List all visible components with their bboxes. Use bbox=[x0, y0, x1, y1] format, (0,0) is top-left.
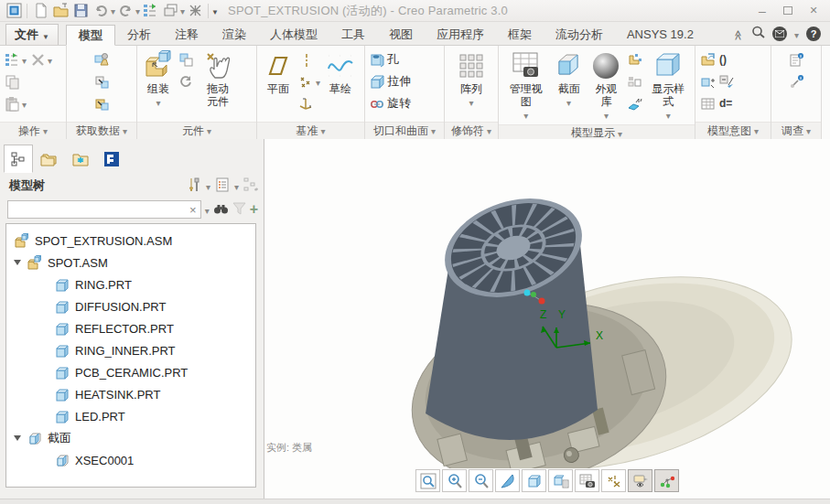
repaint-button[interactable] bbox=[495, 469, 520, 492]
group-label-datum[interactable]: 基准 bbox=[257, 122, 364, 139]
view-manager-button[interactable] bbox=[575, 469, 599, 492]
annotation-orientation-button[interactable] bbox=[625, 92, 644, 114]
group-label-cut-surface[interactable]: 切口和曲面 bbox=[365, 122, 444, 139]
copy-button[interactable] bbox=[3, 70, 22, 92]
tree-row-sections-folder[interactable]: 截面 bbox=[6, 427, 255, 449]
collapse-icon[interactable] bbox=[14, 435, 21, 441]
group-label-operations[interactable]: 操作 bbox=[0, 122, 66, 139]
copy-geometry-button[interactable] bbox=[92, 70, 112, 92]
switch-symbols-button[interactable] bbox=[717, 70, 737, 92]
scene-button[interactable] bbox=[625, 48, 644, 70]
repeat-component-button[interactable] bbox=[177, 48, 196, 70]
tree-tools-icon[interactable] bbox=[187, 177, 201, 195]
group-label-get-data[interactable]: 获取数据 bbox=[67, 122, 136, 139]
close-window-button[interactable] bbox=[185, 2, 205, 20]
pattern-button[interactable]: 阵列 bbox=[453, 48, 490, 112]
zoom-in-button[interactable] bbox=[442, 469, 467, 492]
tab-analysis[interactable]: 分析 bbox=[115, 24, 163, 45]
tree-row-part[interactable]: HEATSINK.PRT bbox=[6, 383, 255, 405]
find-binoculars-icon[interactable] bbox=[213, 202, 229, 218]
folder-browser-tab[interactable] bbox=[35, 145, 64, 173]
point-button[interactable] bbox=[296, 70, 322, 92]
tree-row-root-assembly[interactable]: SPOT_EXTRUSION.ASM bbox=[6, 230, 255, 252]
tree-search-input[interactable] bbox=[8, 202, 186, 217]
display-style-toolbar-button[interactable] bbox=[522, 469, 546, 492]
flexible-modeling-button[interactable] bbox=[698, 70, 717, 92]
search-box[interactable] bbox=[7, 200, 201, 219]
connections-tab[interactable] bbox=[97, 145, 126, 173]
tree-row-part[interactable]: LED.PRT bbox=[6, 405, 255, 427]
tab-tools[interactable]: 工具 bbox=[329, 24, 377, 45]
window-cascade-button[interactable] bbox=[160, 2, 180, 20]
regenerate-small-button[interactable] bbox=[3, 48, 28, 70]
model-tree-tab[interactable] bbox=[4, 145, 33, 173]
tab-model[interactable]: 模型 bbox=[66, 25, 115, 46]
group-label-model-intent[interactable]: 模型意图 bbox=[695, 122, 771, 139]
tree-row-sub-assembly[interactable]: SPOT.ASM bbox=[6, 252, 255, 273]
tab-view[interactable]: 视图 bbox=[377, 24, 425, 45]
tab-manikin[interactable]: 人体模型 bbox=[258, 24, 329, 45]
file-menu-button[interactable]: 文件 bbox=[5, 24, 59, 45]
annotation-display-button[interactable] bbox=[628, 469, 652, 492]
close-button[interactable] bbox=[801, 3, 826, 19]
search-dropdown-icon[interactable] bbox=[205, 203, 210, 217]
regenerate-component-icon[interactable] bbox=[177, 70, 196, 92]
axis-button[interactable] bbox=[296, 48, 322, 70]
add-column-icon[interactable] bbox=[250, 201, 258, 218]
group-label-modifiers[interactable]: 修饰符 bbox=[445, 122, 498, 139]
tab-ansys[interactable]: ANSYS 19.2 bbox=[615, 24, 706, 45]
tree-row-part[interactable]: RING_INNER.PRT bbox=[6, 339, 255, 361]
tree-row-part[interactable]: RING.PRT bbox=[6, 273, 255, 295]
publish-geometry-button[interactable] bbox=[698, 48, 717, 70]
reference-viewer-button[interactable] bbox=[787, 70, 806, 92]
tree-show-icon[interactable] bbox=[243, 177, 258, 195]
coordinate-system-button[interactable] bbox=[296, 92, 322, 114]
delete-button[interactable] bbox=[28, 48, 54, 70]
component-display-button[interactable] bbox=[625, 70, 644, 92]
minimize-ribbon-icon[interactable] bbox=[733, 27, 744, 41]
help-icon[interactable] bbox=[806, 27, 821, 41]
tab-annotate[interactable]: 注释 bbox=[163, 24, 210, 45]
revolve-button[interactable]: 旋转 bbox=[368, 92, 413, 114]
saved-orientations-button[interactable] bbox=[548, 469, 573, 492]
relations-button[interactable]: d= bbox=[717, 92, 736, 114]
app-icon[interactable] bbox=[4, 2, 24, 20]
tree-settings-icon[interactable] bbox=[215, 177, 230, 195]
datum-display-filters-button[interactable] bbox=[601, 469, 626, 492]
shrinkwrap-button[interactable] bbox=[92, 92, 112, 114]
extrude-button[interactable]: 拉伸 bbox=[368, 70, 413, 92]
spin-center-button[interactable] bbox=[654, 469, 679, 492]
search-icon[interactable] bbox=[751, 26, 765, 42]
connect-dropdown-icon[interactable] bbox=[794, 27, 799, 41]
new-file-button[interactable] bbox=[30, 2, 50, 20]
section-button[interactable]: 截面 bbox=[551, 48, 587, 112]
open-file-button[interactable] bbox=[50, 2, 70, 20]
save-button[interactable] bbox=[70, 2, 91, 20]
tab-flow-analysis[interactable]: 流动分析 bbox=[544, 24, 615, 45]
refit-button[interactable] bbox=[415, 469, 440, 492]
group-label-investigate[interactable]: 调查 bbox=[771, 122, 821, 139]
undo-button[interactable] bbox=[91, 2, 111, 20]
drag-components-button[interactable]: 拖动元件 bbox=[196, 48, 240, 110]
manage-views-button[interactable]: 管理视图 bbox=[501, 48, 551, 124]
tab-render[interactable]: 渲染 bbox=[210, 24, 258, 45]
tree-row-part[interactable]: DIFFUSION.PRT bbox=[6, 295, 255, 317]
3d-model-spot-extrusion[interactable]: Z Y X bbox=[264, 139, 830, 499]
import-button[interactable] bbox=[92, 48, 112, 70]
maximize-button[interactable] bbox=[775, 3, 801, 19]
tree-row-part[interactable]: REFLECTOR.PRT bbox=[6, 317, 255, 339]
family-table-button[interactable] bbox=[698, 92, 717, 114]
plane-button[interactable]: 平面 bbox=[260, 48, 296, 97]
connect-icon[interactable] bbox=[772, 27, 787, 41]
collapse-icon[interactable] bbox=[14, 260, 21, 265]
sketch-button[interactable]: 草绘 bbox=[322, 48, 359, 97]
tree-row-cross-section[interactable]: XSEC0001 bbox=[6, 449, 255, 471]
paste-button[interactable] bbox=[3, 92, 28, 114]
tab-framework[interactable]: 框架 bbox=[496, 24, 544, 45]
group-label-component[interactable]: 元件 bbox=[137, 122, 256, 139]
zoom-out-button[interactable] bbox=[469, 469, 493, 492]
assemble-button[interactable]: 组装 bbox=[140, 48, 177, 112]
graphics-area[interactable]: Z Y X 实例: 类属 bbox=[264, 139, 830, 499]
filter-icon[interactable] bbox=[232, 202, 246, 218]
display-style-button[interactable]: 显示样式 bbox=[644, 48, 692, 124]
